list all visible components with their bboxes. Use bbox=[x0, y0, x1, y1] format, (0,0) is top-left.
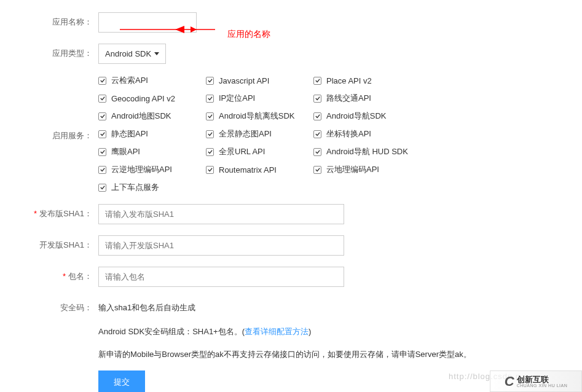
checkbox-icon bbox=[313, 148, 321, 156]
service-checkbox-item[interactable]: 云检索API bbox=[98, 75, 206, 86]
service-checkbox-item[interactable]: 坐标转换API bbox=[313, 128, 421, 139]
service-checkbox-item[interactable]: Android导航SDK bbox=[313, 111, 421, 122]
service-checkbox-item[interactable]: Android导航离线SDK bbox=[206, 111, 313, 122]
logo-icon: C bbox=[505, 374, 514, 390]
required-mark: * bbox=[63, 272, 66, 281]
service-checkbox-item[interactable]: 路线交通API bbox=[313, 93, 421, 104]
package-name-input[interactable] bbox=[98, 267, 344, 287]
service-label: 静态图API bbox=[111, 128, 148, 139]
service-label: Javascript API bbox=[219, 76, 269, 85]
checkbox-icon bbox=[313, 166, 321, 174]
checkbox-icon bbox=[313, 77, 321, 85]
service-label: Geocoding API v2 bbox=[111, 94, 175, 103]
service-checkbox-item[interactable]: 鹰眼API bbox=[98, 146, 206, 157]
service-label: Place API v2 bbox=[326, 76, 372, 85]
checkbox-icon bbox=[206, 95, 214, 103]
checkbox-icon bbox=[98, 112, 106, 120]
services-label: 启用服务： bbox=[31, 75, 98, 141]
chevron-down-icon bbox=[154, 52, 159, 55]
service-label: 云检索API bbox=[111, 75, 148, 86]
checkbox-icon bbox=[98, 184, 106, 192]
service-checkbox-item[interactable]: 全景URL API bbox=[206, 146, 313, 157]
security-code-label: 安全码： bbox=[31, 298, 98, 313]
service-checkbox-item[interactable]: 上下车点服务 bbox=[98, 182, 206, 193]
service-checkbox-item[interactable]: Place API v2 bbox=[313, 75, 421, 86]
checkbox-icon bbox=[206, 77, 214, 85]
help-text-ak: 新申请的Mobile与Browser类型的ak不再支持云存储接口的访问，如要使用… bbox=[98, 347, 570, 361]
app-type-value: Android SDK bbox=[105, 49, 151, 58]
service-label: Android导航SDK bbox=[326, 111, 387, 122]
checkbox-icon bbox=[98, 148, 106, 156]
watermark-logo: C 创新互联 CHUANG XIN HU LIAN bbox=[490, 370, 582, 392]
service-label: Android导航离线SDK bbox=[219, 111, 295, 122]
service-label: 上下车点服务 bbox=[111, 182, 159, 193]
annotation-text: 应用的名称 bbox=[227, 29, 270, 40]
checkbox-icon bbox=[206, 148, 214, 156]
service-label: Android地图SDK bbox=[111, 111, 171, 122]
checkbox-icon bbox=[98, 130, 106, 138]
checkbox-icon bbox=[98, 95, 106, 103]
service-label: 全景静态图API bbox=[219, 128, 272, 139]
service-checkbox-item[interactable]: Geocoding API v2 bbox=[98, 93, 206, 104]
submit-button[interactable]: 提交 bbox=[98, 370, 145, 392]
service-checkbox-item[interactable]: IP定位API bbox=[206, 93, 313, 104]
app-type-select[interactable]: Android SDK bbox=[98, 44, 166, 64]
service-label: 路线交通API bbox=[326, 93, 371, 104]
checkbox-icon bbox=[313, 95, 321, 103]
service-checkbox-item[interactable]: Android地图SDK bbox=[98, 111, 206, 122]
app-name-label: 应用名称： bbox=[31, 12, 98, 28]
package-name-label: *包名： bbox=[31, 267, 98, 282]
release-sha1-input[interactable] bbox=[98, 204, 344, 224]
logo-cn-text: 创新互联 bbox=[517, 375, 568, 383]
annotation-arrow-icon bbox=[114, 22, 215, 37]
checkbox-icon bbox=[206, 130, 214, 138]
service-label: Routematrix API bbox=[219, 165, 277, 174]
service-checkbox-item[interactable]: 云地理编码API bbox=[313, 164, 421, 175]
service-label: 云逆地理编码API bbox=[111, 164, 172, 175]
service-label: 坐标转换API bbox=[326, 128, 371, 139]
svg-marker-1 bbox=[175, 26, 184, 33]
service-checkbox-item[interactable]: 全景静态图API bbox=[206, 128, 313, 139]
service-label: 鹰眼API bbox=[111, 146, 140, 157]
svg-marker-2 bbox=[191, 26, 197, 33]
dev-sha1-label: 开发版SHA1： bbox=[31, 235, 98, 251]
service-checkbox-item[interactable]: Android导航 HUD SDK bbox=[313, 146, 421, 157]
services-checkbox-grid: 云检索APIJavascript APIPlace API v2Geocodin… bbox=[98, 75, 570, 193]
dev-sha1-input[interactable] bbox=[98, 235, 344, 256]
checkbox-icon bbox=[98, 166, 106, 174]
checkbox-icon bbox=[206, 166, 214, 174]
help-text-sdk: Android SDK安全码组成：SHA1+包名。(查看详细配置方法) bbox=[98, 324, 570, 339]
checkbox-icon bbox=[313, 112, 321, 120]
service-label: 全景URL API bbox=[219, 146, 265, 157]
service-label: Android导航 HUD SDK bbox=[326, 146, 408, 157]
security-code-hint: 输入sha1和包名后自动生成 bbox=[98, 298, 570, 313]
config-detail-link[interactable]: 查看详细配置方法 bbox=[245, 327, 309, 336]
checkbox-icon bbox=[313, 130, 321, 138]
service-checkbox-item[interactable]: 云逆地理编码API bbox=[98, 164, 206, 175]
release-sha1-label: *发布版SHA1： bbox=[31, 204, 98, 219]
service-label: 云地理编码API bbox=[326, 164, 379, 175]
required-mark: * bbox=[34, 209, 37, 218]
logo-en-text: CHUANG XIN HU LIAN bbox=[517, 383, 568, 388]
app-type-label: 应用类型： bbox=[31, 44, 98, 59]
service-checkbox-item[interactable]: 静态图API bbox=[98, 128, 206, 139]
service-checkbox-item[interactable]: Routematrix API bbox=[206, 164, 313, 175]
service-checkbox-item[interactable]: Javascript API bbox=[206, 75, 313, 86]
service-label: IP定位API bbox=[219, 93, 255, 104]
checkbox-icon bbox=[98, 77, 106, 85]
checkbox-icon bbox=[206, 112, 214, 120]
